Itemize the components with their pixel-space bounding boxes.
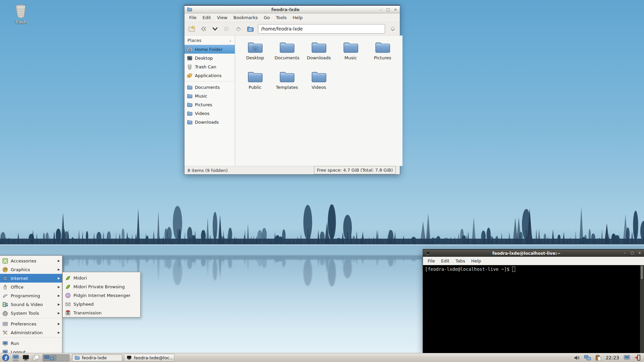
history-dropdown-button[interactable] [211, 25, 219, 33]
logout-tray-icon[interactable] [633, 354, 642, 362]
terminal-launcher[interactable] [21, 354, 30, 362]
workspace-pager[interactable] [43, 354, 69, 361]
submenu-item-pidgin[interactable]: Pidgin Internet Messenger [63, 291, 140, 300]
back-icon [200, 25, 207, 33]
workspace-1[interactable] [43, 355, 56, 361]
sidebar-item-pictures[interactable]: Pictures [184, 100, 235, 109]
home-button[interactable] [246, 25, 254, 33]
sidebar-item-label: Music [195, 94, 207, 99]
terminal-dark-icon [22, 354, 30, 361]
menu-item-programming[interactable]: Programming ▶ [0, 291, 62, 300]
folder-icon [187, 111, 193, 116]
terminal-icon [425, 251, 430, 255]
menu-item-label: System Tools [11, 311, 39, 316]
task-button-terminal[interactable]: feodra-lxde@loc... [124, 354, 174, 361]
sidebar-item-music[interactable]: Music [184, 92, 235, 100]
start-menu-button[interactable] [1, 354, 10, 362]
sidebar-item-trash[interactable]: Trash Can [184, 62, 235, 71]
places-selector[interactable]: Places ⌄ [184, 36, 235, 45]
menu-item-office[interactable]: Office ▶ [0, 283, 62, 291]
terminal-dark-icon [126, 355, 132, 360]
fm-icon-view[interactable]: D Desktop Documents Downloads Music Pict… [235, 36, 402, 166]
sidebar-separator [184, 80, 235, 81]
terminal-menu-tabs[interactable]: Tabs [452, 257, 468, 265]
sidebar-item-applications[interactable]: Applications [184, 71, 235, 80]
network-tray-icon[interactable] [583, 354, 592, 362]
show-desktop-launcher[interactable] [11, 354, 20, 362]
close-icon[interactable]: × [638, 251, 642, 255]
terminal-scrollbar[interactable] [640, 265, 644, 353]
fm-titlebar[interactable]: feodra-lxde – □ × [184, 5, 400, 13]
close-icon[interactable]: × [393, 8, 397, 11]
minimize-icon[interactable]: – [379, 8, 383, 11]
folder-item-templates[interactable]: Templates [272, 68, 303, 98]
folder-item-music[interactable]: Music [335, 39, 366, 68]
task-button-file-manager[interactable]: feodra-lxde [72, 354, 122, 361]
terminal-menu-edit[interactable]: Edit [438, 257, 452, 265]
desktop-icon [187, 55, 193, 61]
menu-item-run[interactable]: Run [0, 339, 62, 348]
folder-icon [279, 41, 295, 54]
folder-item-downloads[interactable]: Downloads [304, 39, 334, 68]
terminal-menu-help[interactable]: Help [468, 257, 484, 265]
folder-icon [343, 41, 359, 54]
fm-menu-file[interactable]: File [186, 14, 200, 21]
clock[interactable]: 22:23 [606, 355, 619, 360]
menu-item-accessories[interactable]: Accessories ▶ [0, 256, 62, 265]
maximize-icon[interactable]: □ [630, 251, 634, 255]
submenu-item-transmission[interactable]: Transmission [63, 308, 140, 317]
fm-menu-bookmarks[interactable]: Bookmarks [230, 14, 261, 21]
terminal-menu-file[interactable]: File [425, 257, 438, 265]
forward-button[interactable] [223, 25, 231, 33]
fm-menu-edit[interactable]: Edit [200, 14, 214, 21]
fm-statusbar: 8 items (9 hidden) Free space: 4.7 GiB (… [184, 166, 400, 174]
terminal-output[interactable]: [feodra-lxde@localhost-live ~]$ [423, 265, 644, 353]
desktop-trash-icon[interactable]: Trash [8, 3, 34, 24]
clipboard-tray-icon[interactable] [594, 354, 602, 362]
up-button[interactable] [234, 25, 243, 33]
menu-item-graphics[interactable]: Graphics ▶ [0, 265, 62, 274]
new-tab-button[interactable] [187, 25, 196, 33]
sidebar-item-documents[interactable]: Documents [184, 83, 235, 92]
folder-item-pictures[interactable]: Pictures [367, 39, 398, 68]
path-bar[interactable] [258, 24, 385, 34]
submenu-item-midori-private[interactable]: Midori Private Browsing [63, 282, 140, 291]
workspace-2[interactable] [56, 355, 69, 361]
minimize-icon[interactable]: – [623, 251, 627, 255]
menu-item-internet[interactable]: Internet ▶ [0, 274, 62, 283]
maximize-icon[interactable]: □ [386, 8, 390, 11]
sidebar-item-home[interactable]: Home Folder [184, 45, 235, 54]
folder-item-documents[interactable]: Documents [272, 39, 303, 68]
submenu-arrow-icon: ▶ [58, 268, 60, 271]
scrollbar-thumb[interactable] [640, 265, 643, 280]
sidebar-item-videos[interactable]: Videos [184, 109, 235, 118]
submenu-item-sylpheed[interactable]: Sylpheed [63, 300, 140, 308]
sidebar-item-label: Pictures [195, 102, 212, 107]
fm-menu-tools[interactable]: Tools [273, 14, 289, 21]
folder-item-desktop[interactable]: D Desktop [240, 39, 271, 68]
shell-prompt: [feodra-lxde@localhost-live ~]$ [425, 266, 509, 272]
iconify-all-windows-button[interactable] [32, 354, 40, 362]
trash-icon [187, 64, 193, 70]
menu-item-sound-video[interactable]: Sound & Video ▶ [0, 300, 62, 309]
sidebar-item-downloads[interactable]: Downloads [184, 118, 235, 126]
go-button[interactable] [389, 25, 397, 33]
folder-item-videos[interactable]: Videos [304, 68, 334, 98]
path-input[interactable] [261, 26, 382, 32]
menu-item-preferences[interactable]: Preferences ▶ [0, 319, 62, 328]
sidebar-item-desktop[interactable]: Desktop [184, 54, 235, 62]
volume-tray-icon[interactable] [573, 354, 581, 362]
menu-item-label: Preferences [11, 321, 36, 326]
fm-menu-go[interactable]: Go [261, 14, 273, 21]
menu-item-administration[interactable]: Administration ▶ [0, 328, 62, 337]
submenu-item-midori[interactable]: Midori [63, 274, 140, 282]
screensaver-tray-icon[interactable] [623, 354, 631, 362]
fm-menu-help[interactable]: Help [290, 14, 306, 21]
folder-item-public[interactable]: Public [240, 68, 271, 98]
back-button[interactable] [199, 25, 207, 33]
folder-label: Pictures [374, 55, 391, 60]
sidebar-item-label: Videos [195, 111, 209, 116]
menu-item-system-tools[interactable]: System Tools ▶ [0, 309, 62, 317]
fm-menu-view[interactable]: View [214, 14, 230, 21]
terminal-titlebar[interactable]: feodra-lxde@localhost-live:~ – □ × [423, 249, 644, 257]
